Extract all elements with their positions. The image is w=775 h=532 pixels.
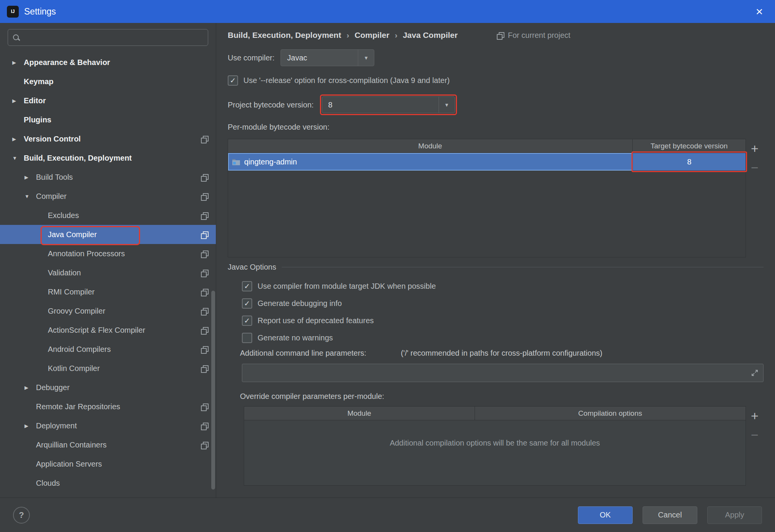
settings-tree: ▶ Appearance & Behavior Keymap ▶ Editor [0, 53, 216, 493]
tree-item[interactable]: Clouds [0, 473, 216, 493]
overridden-settings-icon [200, 288, 208, 296]
tree-item[interactable]: ▶ Editor [0, 91, 216, 110]
target-bytecode-cell[interactable]: 8 [633, 153, 746, 171]
checkbox-label: Generate debugging info [258, 299, 342, 308]
tree-item[interactable]: Keymap [0, 72, 216, 91]
tree-item-label: Build, Execution, Deployment [24, 154, 132, 163]
tree-item-label: Clouds [36, 479, 60, 488]
release-option-checkbox[interactable]: ✓ [228, 75, 238, 86]
tree-item[interactable]: ▶ Appearance & Behavior [0, 53, 216, 72]
close-icon[interactable]: × [751, 5, 768, 18]
tree-item-label: Compiler [36, 192, 67, 201]
module-cell[interactable]: qingteng-admin [228, 153, 633, 171]
chevron-down-icon[interactable]: ▼ [358, 50, 374, 66]
per-module-row: Per-module bytecode version: [228, 123, 764, 132]
tree-item[interactable]: ▼ Compiler [0, 187, 216, 206]
add-icon[interactable]: + [751, 142, 759, 155]
tree-item[interactable]: ActionScript & Flex Compiler [0, 321, 216, 340]
breadcrumb: Build, Execution, Deployment › Compiler … [228, 30, 764, 41]
ok-button[interactable]: OK [578, 506, 633, 524]
remove-icon[interactable]: − [751, 161, 759, 174]
chevron-icon[interactable]: ▼ [24, 194, 36, 199]
overridden-settings-icon [200, 269, 208, 277]
footer-buttons: OK Cancel Apply [578, 506, 762, 524]
option-row: Generate no warnings [228, 329, 764, 347]
chevron-icon[interactable]: ▶ [24, 385, 36, 390]
tree-item-label: Editor [24, 96, 46, 105]
tree-item[interactable]: ▶ Debugger [0, 378, 216, 397]
tree-item[interactable]: ▶ Version Control [0, 129, 216, 148]
sidebar-scrollbar-thumb[interactable] [211, 291, 215, 490]
option-row: ✓ Report use of deprecated features [228, 312, 764, 329]
chevron-icon[interactable]: ▶ [12, 60, 24, 65]
apply-button[interactable]: Apply [707, 506, 762, 524]
cmdline-hint: ('/' recommended in paths for cross-plat… [401, 349, 602, 358]
tree-item[interactable]: Annotation Processors [0, 244, 216, 263]
remove-icon[interactable]: − [751, 428, 759, 441]
tree-item-label: Kotlin Compiler [48, 364, 100, 373]
tree-item-label: Validation [48, 268, 81, 277]
settings-search-box[interactable] [8, 29, 208, 46]
chevron-icon[interactable]: ▶ [12, 136, 24, 142]
chevron-icon[interactable]: ▼ [12, 155, 24, 161]
overridden-settings-icon [200, 192, 208, 200]
cmdline-input[interactable] [247, 369, 751, 377]
tree-item[interactable]: Remote Jar Repositories [0, 397, 216, 416]
table-row[interactable]: qingteng-admin 8 [228, 153, 746, 171]
target-bytecode-column-header: Target bytecode version [633, 139, 746, 153]
target-bytecode-value: 8 [687, 158, 691, 166]
tree-item[interactable]: Plugins [0, 110, 216, 129]
breadcrumb-segment[interactable]: Compiler [354, 31, 389, 40]
tree-item-label: Appearance & Behavior [24, 58, 110, 67]
add-icon[interactable]: + [751, 409, 759, 422]
help-button[interactable]: ? [13, 507, 30, 524]
cmdline-row: Additional command line parameters: ('/'… [228, 349, 764, 358]
search-input[interactable] [24, 33, 203, 42]
search-icon [13, 34, 20, 41]
tree-item[interactable]: Validation [0, 263, 216, 282]
settings-window: IJ Settings × ▶ Appearance & Behavior [0, 0, 775, 532]
overridden-settings-icon [200, 326, 208, 334]
overridden-settings-icon [200, 250, 208, 258]
checkbox[interactable]: ✓ [242, 298, 252, 309]
tree-item[interactable]: ▼ Build, Execution, Deployment [0, 148, 216, 168]
chevron-icon[interactable]: ▶ [24, 423, 36, 429]
cancel-button[interactable]: Cancel [643, 506, 697, 524]
overridden-settings-icon [200, 135, 208, 143]
tree-item[interactable]: Arquillian Containers [0, 435, 216, 454]
tree-item-label: Debugger [36, 383, 70, 392]
tree-item[interactable]: Android Compilers [0, 340, 216, 359]
tree-item[interactable]: ▶ Build Tools [0, 168, 216, 187]
tree-item[interactable]: Excludes [0, 206, 216, 225]
module-folder-icon [232, 158, 240, 165]
tree-item-label: Groovy Compiler [48, 307, 105, 316]
tree-item[interactable]: Java Compiler [0, 225, 216, 244]
checkbox[interactable]: ✓ [242, 281, 252, 291]
tree-item[interactable]: ▶ Deployment [0, 416, 216, 435]
dialog-body: ▶ Appearance & Behavior Keymap ▶ Editor [0, 23, 775, 498]
release-option-row: ✓ Use '--release' option for cross-compi… [228, 75, 764, 86]
tree-item[interactable]: Groovy Compiler [0, 301, 216, 321]
breadcrumb-segment[interactable]: Build, Execution, Deployment [228, 31, 341, 40]
tree-item[interactable]: RMI Compiler [0, 282, 216, 301]
checkbox[interactable] [242, 333, 252, 343]
use-compiler-row: Use compiler: Javac ▼ [228, 49, 764, 66]
expand-field-icon[interactable] [751, 369, 759, 377]
tree-item[interactable]: Kotlin Compiler [0, 359, 216, 378]
tree-item-label: Plugins [24, 116, 51, 124]
tree-item-label: Build Tools [36, 173, 73, 182]
chevron-icon[interactable]: ▶ [12, 98, 24, 104]
chevron-icon[interactable]: ▶ [24, 174, 36, 180]
checkbox-label: Report use of deprecated features [258, 316, 374, 325]
module-table: Module Target bytecode version qingteng-… [228, 139, 746, 257]
project-bytecode-select[interactable]: 8 ▼ [322, 96, 455, 113]
tree-item[interactable]: Application Servers [0, 454, 216, 473]
breadcrumb-segment[interactable]: Java Compiler [403, 31, 458, 40]
compiler-select[interactable]: Javac ▼ [281, 49, 374, 66]
chevron-down-icon[interactable]: ▼ [439, 97, 455, 113]
module-table-zone: Module Target bytecode version qingteng-… [228, 139, 764, 257]
tree-item-label: Application Servers [36, 460, 102, 469]
annotation-box: 8 ▼ [320, 94, 457, 115]
checkbox[interactable]: ✓ [242, 316, 252, 326]
overridden-settings-icon [200, 345, 208, 353]
